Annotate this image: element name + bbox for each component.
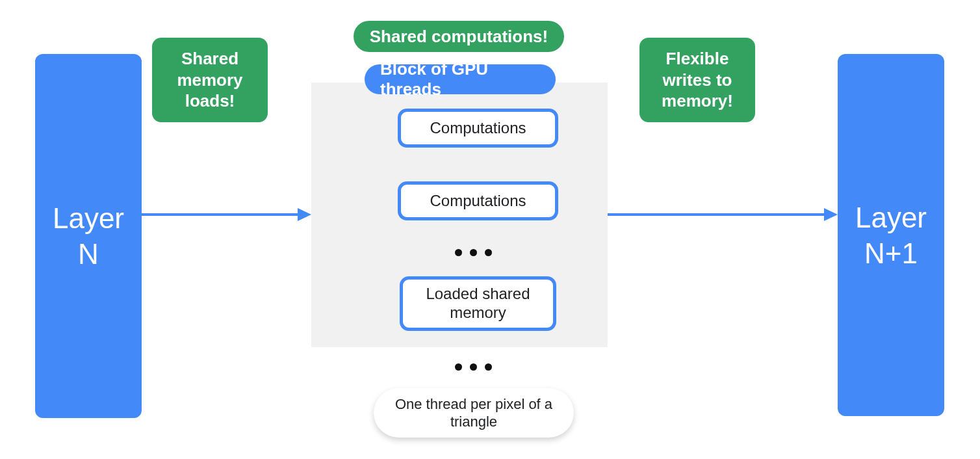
dot-icon bbox=[485, 249, 492, 256]
svg-marker-3 bbox=[824, 208, 838, 221]
computations-box-2: Computations bbox=[398, 181, 558, 220]
ellipsis-below-icon bbox=[455, 363, 492, 371]
loaded-shared-memory-label: Loaded shared memory bbox=[403, 285, 553, 322]
computations-box-2-label: Computations bbox=[430, 192, 526, 211]
dot-icon bbox=[455, 249, 462, 256]
callout-shared-memory-loads-label: Shared memory loads! bbox=[166, 48, 253, 112]
callout-flexible-writes-label: Flexible writes to memory! bbox=[654, 48, 741, 112]
arrow-left-icon bbox=[142, 202, 311, 228]
footer-pill-label: One thread per pixel of a triangle bbox=[393, 395, 554, 431]
computations-box-1: Computations bbox=[398, 109, 558, 148]
layer-n-box: Layer N bbox=[35, 54, 142, 418]
arrow-right-icon bbox=[608, 202, 838, 228]
layer-n-label: Layer N bbox=[53, 200, 124, 272]
computations-box-1-label: Computations bbox=[430, 119, 526, 138]
callout-shared-computations: Shared computations! bbox=[354, 21, 564, 52]
callout-flexible-writes: Flexible writes to memory! bbox=[639, 38, 755, 122]
ellipsis-inside-icon bbox=[455, 249, 492, 256]
gpu-block-title: Block of GPU threads bbox=[365, 64, 556, 94]
dot-icon bbox=[485, 363, 492, 371]
svg-marker-1 bbox=[298, 208, 311, 221]
dot-icon bbox=[470, 363, 477, 371]
footer-pill: One thread per pixel of a triangle bbox=[374, 388, 574, 438]
callout-shared-memory-loads: Shared memory loads! bbox=[152, 38, 268, 122]
layer-n1-label: Layer N+1 bbox=[855, 200, 927, 271]
gpu-block-title-label: Block of GPU threads bbox=[380, 59, 540, 99]
callout-shared-computations-label: Shared computations! bbox=[370, 26, 548, 47]
layer-n1-box: Layer N+1 bbox=[838, 54, 944, 416]
dot-icon bbox=[455, 363, 462, 371]
loaded-shared-memory-box: Loaded shared memory bbox=[400, 276, 556, 331]
dot-icon bbox=[470, 249, 477, 256]
